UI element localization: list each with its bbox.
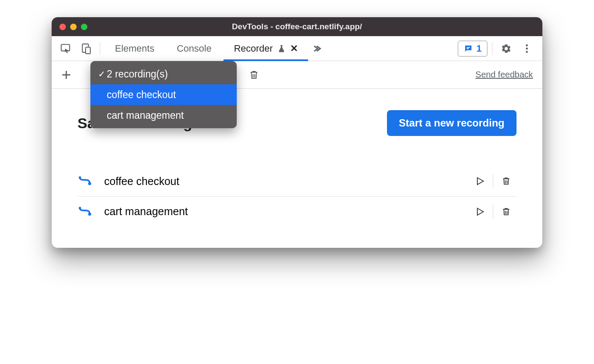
dropdown-summary-item[interactable]: ✓ 2 recording(s) xyxy=(90,64,237,84)
tab-label: Elements xyxy=(115,43,155,54)
recording-name: coffee checkout xyxy=(95,175,470,188)
svg-point-6 xyxy=(526,47,528,49)
dropdown-item[interactable]: cart management xyxy=(90,105,237,126)
dropdown-item-label: cart management xyxy=(107,110,184,121)
recorder-toolbar: Send feedback ✓ 2 recording(s) coffee ch… xyxy=(52,61,542,89)
issues-button[interactable]: 1 xyxy=(458,40,488,57)
window-title: DevTools - coffee-cart.netlify.app/ xyxy=(52,22,542,31)
close-window-button[interactable] xyxy=(59,24,66,30)
svg-rect-3 xyxy=(467,47,470,48)
dropdown-item-label: coffee checkout xyxy=(107,89,176,101)
experiment-icon xyxy=(277,44,286,53)
recordings-list: coffee checkout cart management xyxy=(77,166,517,226)
play-recording-button[interactable] xyxy=(470,207,490,217)
inspect-element-icon[interactable] xyxy=(56,39,75,58)
recording-name: cart management xyxy=(95,205,470,218)
tab-label: Recorder xyxy=(234,43,272,54)
new-recording-icon[interactable] xyxy=(55,64,77,86)
svg-point-9 xyxy=(88,182,91,185)
play-recording-button[interactable] xyxy=(470,176,490,186)
window-controls xyxy=(59,24,87,30)
separator xyxy=(493,205,493,219)
check-icon: ✓ xyxy=(96,69,107,79)
devtools-tabbar: Elements Console Recorder ✕ 1 xyxy=(52,36,542,61)
svg-point-7 xyxy=(526,51,528,53)
delete-icon[interactable] xyxy=(243,64,265,86)
svg-rect-2 xyxy=(86,47,90,53)
more-tabs-button[interactable] xyxy=(310,43,327,54)
flow-icon xyxy=(77,205,95,218)
issues-count: 1 xyxy=(476,43,482,54)
tab-console[interactable]: Console xyxy=(167,36,222,61)
recording-row[interactable]: coffee checkout xyxy=(77,166,517,196)
minimize-window-button[interactable] xyxy=(70,24,77,30)
tab-label: Console xyxy=(177,43,212,54)
recording-row[interactable]: cart management xyxy=(77,196,517,226)
recordings-dropdown[interactable]: ✓ 2 recording(s) coffee checkout cart ma… xyxy=(90,61,237,128)
delete-recording-button[interactable] xyxy=(496,207,517,217)
separator xyxy=(493,174,493,188)
window-titlebar: DevTools - coffee-cart.netlify.app/ xyxy=(52,17,542,36)
send-feedback-link[interactable]: Send feedback xyxy=(476,70,533,80)
device-toolbar-icon[interactable] xyxy=(77,39,96,58)
devtools-window: DevTools - coffee-cart.netlify.app/ Elem… xyxy=(52,17,542,248)
separator xyxy=(100,42,100,55)
svg-point-11 xyxy=(88,213,91,216)
settings-icon[interactable] xyxy=(497,39,516,58)
separator xyxy=(492,42,492,55)
svg-rect-4 xyxy=(467,48,469,49)
delete-recording-button[interactable] xyxy=(496,176,517,186)
close-tab-icon[interactable]: ✕ xyxy=(290,44,298,53)
tab-elements[interactable]: Elements xyxy=(105,36,165,61)
svg-point-5 xyxy=(526,44,528,46)
tab-recorder[interactable]: Recorder ✕ xyxy=(223,36,308,61)
flow-icon xyxy=(77,175,95,188)
maximize-window-button[interactable] xyxy=(81,24,87,30)
kebab-menu-icon[interactable] xyxy=(517,39,536,58)
dropdown-summary-label: 2 recording(s) xyxy=(107,68,168,80)
dropdown-item[interactable]: coffee checkout xyxy=(90,84,237,105)
start-recording-button[interactable]: Start a new recording xyxy=(387,110,517,136)
